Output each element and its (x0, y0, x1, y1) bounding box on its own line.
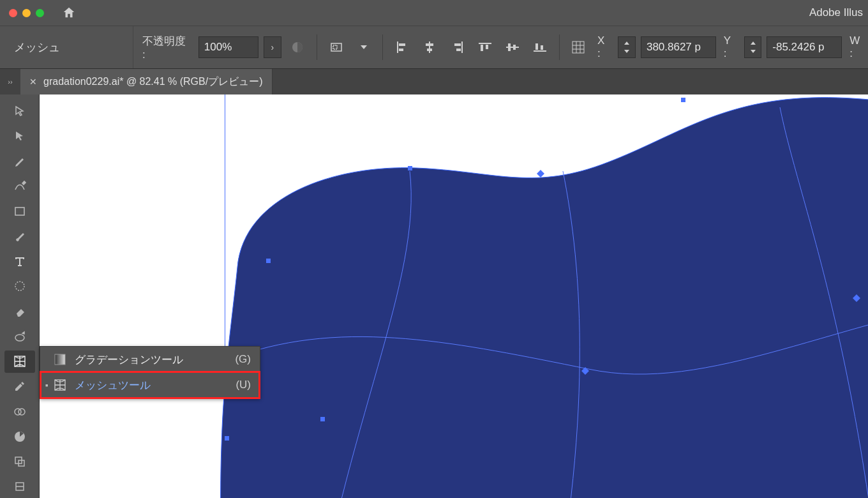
flyout-item-mesh[interactable]: メッシュツール (U) (40, 372, 260, 398)
document-tab-bar: ›› ✕ gradation0229.ai* @ 82.41 % (RGB/プレ… (0, 69, 868, 94)
canvas[interactable] (40, 94, 868, 498)
gradient-tool-icon (52, 351, 68, 368)
rotate-tool-icon[interactable] (4, 275, 35, 298)
svg-rect-13 (481, 45, 483, 51)
align-left-icon[interactable] (391, 36, 413, 59)
separator (559, 34, 560, 60)
svg-point-31 (19, 409, 25, 415)
paintbrush-tool-icon[interactable] (4, 225, 35, 247)
transform-icon[interactable] (567, 36, 590, 59)
flyout-item-shortcut: (U) (236, 379, 251, 391)
document-tab-title: gradation0229.ai* @ 82.41 % (RGB/プレビュー) (43, 75, 263, 89)
svg-rect-18 (534, 50, 546, 52)
svg-rect-5 (399, 49, 403, 51)
flyout-item-label: メッシュツール (75, 378, 151, 393)
svg-rect-37 (408, 166, 412, 170)
svg-rect-38 (681, 98, 685, 102)
svg-rect-21 (572, 42, 584, 53)
window-controls (0, 9, 44, 17)
tool-flyout: グラデーションツール (G) メッシュツール (U) (40, 346, 260, 398)
svg-rect-10 (454, 43, 461, 46)
minimize-window-button[interactable] (22, 9, 31, 17)
maximize-window-button[interactable] (36, 9, 44, 17)
align-dropdown-icon[interactable] (352, 36, 375, 59)
svg-rect-8 (427, 49, 432, 51)
graph-tool-icon[interactable] (4, 425, 35, 448)
eraser-tool-icon[interactable] (4, 300, 35, 322)
style-icon[interactable] (287, 36, 309, 59)
close-tab-icon[interactable]: ✕ (29, 77, 37, 87)
svg-rect-16 (508, 43, 511, 51)
control-bar: メッシュ 不透明度 : 100% › X : 380.8627 p Y : -8… (0, 26, 868, 69)
y-label: Y : (721, 34, 739, 60)
tools-panel (0, 94, 40, 498)
svg-rect-6 (429, 42, 430, 53)
svg-rect-39 (266, 259, 271, 263)
svg-rect-2 (333, 45, 337, 49)
align-right-icon[interactable] (446, 36, 468, 59)
mesh-tool-icon (52, 377, 68, 393)
svg-rect-14 (486, 45, 488, 49)
direct-selection-tool-icon[interactable] (4, 124, 35, 147)
free-transform-tool-icon[interactable] (4, 325, 35, 347)
opacity-label: 不透明度 : (140, 34, 193, 61)
separator (382, 34, 383, 60)
align-bottom-icon[interactable] (529, 36, 551, 59)
type-tool-icon[interactable] (4, 250, 35, 273)
panel-expand-button[interactable]: ›› (0, 69, 20, 94)
close-window-button[interactable] (9, 9, 17, 17)
artboard-tool-icon[interactable] (4, 451, 35, 473)
curvature-tool-icon[interactable] (4, 175, 35, 197)
svg-marker-42 (537, 170, 544, 177)
svg-point-27 (15, 282, 24, 290)
align-vcenter-icon[interactable] (501, 36, 523, 59)
app-title: Adobe Illus (809, 0, 863, 26)
y-input[interactable]: -85.2426 p (767, 36, 842, 58)
align-top-icon[interactable] (474, 36, 496, 59)
svg-rect-4 (399, 43, 405, 46)
align-hcenter-icon[interactable] (419, 36, 441, 59)
eyedropper-tool-icon[interactable] (4, 375, 35, 398)
align-artboard-icon[interactable] (325, 36, 347, 59)
opacity-input[interactable]: 100% (198, 36, 258, 58)
rectangle-tool-icon[interactable] (4, 200, 35, 222)
x-stepper[interactable] (618, 36, 635, 58)
x-input[interactable]: 380.8627 p (641, 36, 716, 58)
mesh-tool-icon[interactable] (4, 351, 35, 373)
document-tab[interactable]: ✕ gradation0229.ai* @ 82.41 % (RGB/プレビュー… (20, 69, 273, 94)
slice-tool-icon[interactable] (4, 476, 35, 498)
home-icon[interactable] (62, 6, 76, 20)
pen-tool-icon[interactable] (4, 150, 35, 172)
flyout-item-shortcut: (G) (235, 353, 251, 366)
flyout-item-gradient[interactable]: グラデーションツール (G) (40, 347, 260, 372)
w-label: W : (847, 34, 868, 60)
svg-rect-17 (513, 45, 516, 50)
selection-tool-icon[interactable] (4, 100, 35, 122)
svg-rect-7 (426, 43, 433, 46)
svg-rect-26 (15, 207, 24, 215)
opacity-dropdown-button[interactable]: › (264, 36, 281, 58)
svg-rect-3 (397, 42, 398, 53)
svg-rect-9 (461, 42, 463, 53)
svg-rect-19 (535, 43, 538, 50)
x-label: X : (595, 34, 613, 60)
svg-rect-12 (479, 43, 491, 44)
flyout-item-label: グラデーションツール (75, 352, 183, 367)
mesh-object[interactable] (186, 94, 868, 498)
y-stepper[interactable] (744, 36, 761, 58)
svg-rect-40 (225, 436, 229, 441)
svg-rect-20 (541, 45, 543, 50)
blend-tool-icon[interactable] (4, 400, 35, 423)
svg-rect-45 (55, 354, 65, 365)
selected-tool-label: メッシュ (0, 26, 133, 68)
svg-rect-11 (456, 49, 461, 51)
window-titlebar: Adobe Illus (0, 0, 868, 26)
svg-rect-41 (320, 417, 325, 421)
separator (317, 34, 317, 60)
svg-point-28 (15, 335, 24, 341)
